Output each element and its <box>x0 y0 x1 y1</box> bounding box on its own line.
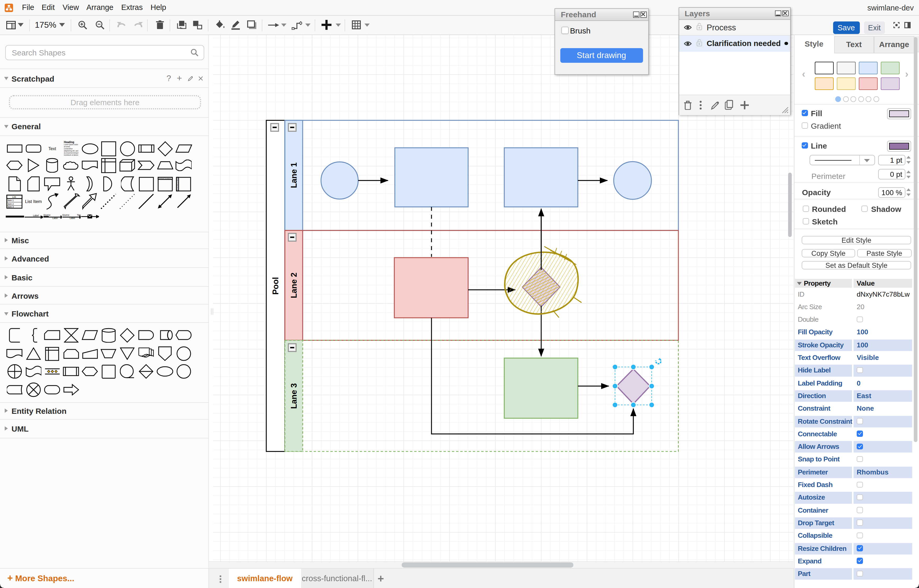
svg-text:Target: Target <box>77 214 80 216</box>
svg-text:Label: Label <box>33 214 39 217</box>
svg-text:Item 1: Item 1 <box>8 199 14 201</box>
svg-text:Pool: Pool <box>271 277 280 294</box>
svg-text:Lane 2: Lane 2 <box>289 272 298 298</box>
svg-text:Item 3: Item 3 <box>8 205 14 208</box>
svg-text:Label: Label <box>70 217 75 220</box>
svg-text:Horizontal Container: Horizontal Container <box>177 177 178 190</box>
svg-text:Item 2: Item 2 <box>8 202 14 205</box>
svg-text:Label: Label <box>52 217 58 220</box>
svg-text:Lane 3: Lane 3 <box>289 383 298 409</box>
svg-text:Source: Source <box>44 214 50 216</box>
svg-text:List: List <box>13 195 16 198</box>
svg-text:Lane 1: Lane 1 <box>289 162 298 188</box>
svg-text:Vertical Container: Vertical Container <box>159 177 171 179</box>
svg-text:Source: Source <box>62 214 69 216</box>
